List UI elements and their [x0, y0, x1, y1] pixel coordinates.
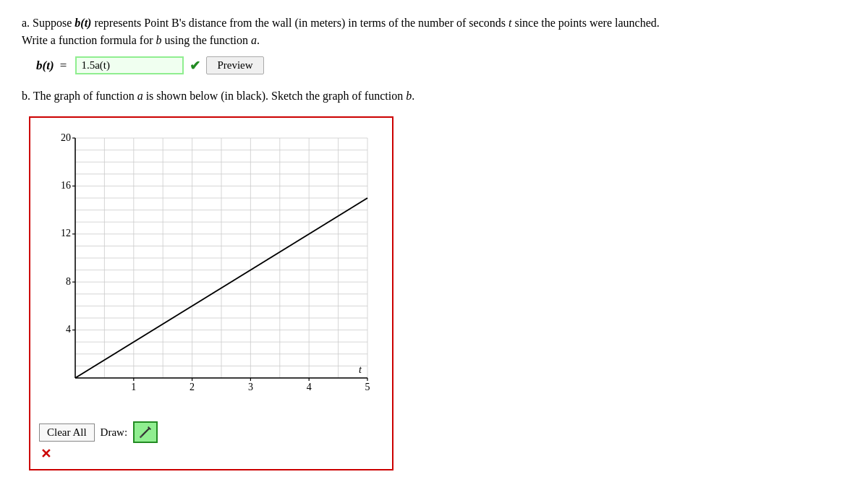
- svg-line-1: [140, 436, 142, 438]
- pencil-icon: [137, 424, 153, 440]
- function-lhs-label: b(t) =: [36, 59, 69, 73]
- problem-b-section: b. The graph of function a is shown belo…: [22, 87, 846, 470]
- a-var-inline: a: [251, 34, 257, 46]
- graph-container: [38, 125, 385, 414]
- bottom-controls: Clear All Draw:: [38, 421, 385, 443]
- function-input[interactable]: [75, 56, 184, 74]
- clear-all-button[interactable]: Clear All: [39, 424, 95, 442]
- label-text2: represents Point B's distance from the w…: [91, 17, 509, 29]
- graph-outer-box: Clear All Draw: ✕: [29, 116, 393, 470]
- b-var-inline: b: [156, 34, 162, 46]
- b-label-p3: .: [412, 90, 414, 102]
- label-text3: since the points were launched.: [511, 17, 659, 29]
- problem-a-section: a. Suppose b(t) represents Point B's dis…: [22, 14, 846, 74]
- draw-icon-button[interactable]: [133, 421, 158, 443]
- b-var-b: b: [406, 90, 412, 102]
- b-t-lhs: b(t): [36, 59, 54, 72]
- label-line2b: using the function: [162, 34, 252, 46]
- draw-label: Draw:: [101, 426, 128, 439]
- preview-button[interactable]: Preview: [206, 56, 263, 74]
- b-label-p1: b. The graph of function: [22, 90, 137, 102]
- label-line2: Write a function formula for: [22, 34, 156, 46]
- problem-b-label: b. The graph of function a is shown belo…: [22, 87, 846, 105]
- b-label-p2: is shown below (in black). Sketch the gr…: [143, 90, 406, 102]
- equals-sign: =: [60, 59, 67, 72]
- function-row: b(t) = ✔ Preview: [36, 56, 846, 74]
- b-t-var: b(t): [75, 17, 91, 29]
- red-x-marker: ✕: [41, 446, 385, 462]
- checkmark-icon: ✔: [190, 58, 200, 74]
- problem-a-label: a. Suppose b(t) represents Point B's dis…: [22, 14, 846, 49]
- label-text: a. Suppose: [22, 17, 75, 29]
- label-line2c: .: [257, 34, 260, 46]
- graph-canvas[interactable]: [38, 125, 385, 414]
- a-var-b: a: [137, 90, 143, 102]
